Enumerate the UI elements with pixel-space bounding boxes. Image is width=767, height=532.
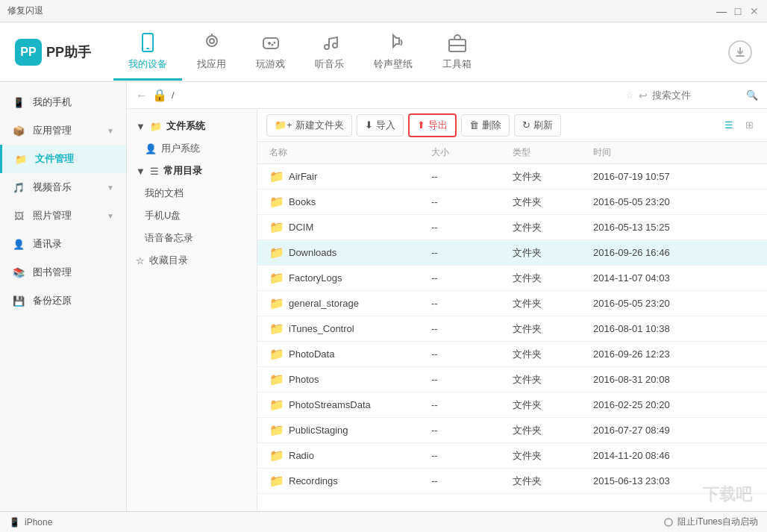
- file-size: --: [431, 348, 513, 360]
- photo-manage-icon: 🖼: [12, 209, 25, 222]
- play-games-nav-icon: [259, 31, 283, 54]
- file-time: 2016-05-13 15:25: [593, 222, 755, 233]
- file-time: 2016-08-01 10:38: [593, 323, 755, 334]
- svg-point-8: [273, 42, 275, 44]
- new-folder-icon: 📁+: [275, 119, 292, 131]
- file-name: 📁 PhotoData: [269, 347, 431, 361]
- table-row[interactable]: 📁 general_storage -- 文件夹 2016-05-05 23:2…: [257, 291, 767, 316]
- tree-star-icon: ☆: [136, 255, 145, 266]
- music-nav-icon: [318, 31, 342, 54]
- itunes-status[interactable]: 阻止iTunes自动启动: [664, 516, 758, 528]
- sidebar-item-video-music[interactable]: 🎵 视频音乐 ▼: [0, 173, 126, 201]
- file-type: 文件夹: [513, 195, 594, 209]
- new-folder-button[interactable]: 📁+ 新建文件夹: [266, 114, 352, 137]
- titlebar-left: 修复闪退: [7, 4, 43, 17]
- sidebar-item-backup-restore[interactable]: 💾 备份还原: [0, 287, 126, 315]
- table-row[interactable]: 📁 iTunes_Control -- 文件夹 2016-08-01 10:38: [257, 316, 767, 342]
- nav-ringtone[interactable]: 铃声壁纸: [359, 23, 428, 81]
- delete-label: 删除: [482, 119, 501, 132]
- file-type: 文件夹: [513, 475, 594, 488]
- search-icon[interactable]: 🔍: [746, 90, 758, 101]
- table-row[interactable]: 📁 DCIM -- 文件夹 2016-05-13 15:25: [257, 215, 767, 240]
- sidebar-item-file-manage[interactable]: 📁 文件管理: [0, 145, 126, 173]
- table-row[interactable]: 📁 Photos -- 文件夹 2016-08-31 20:08: [257, 367, 767, 392]
- sidebar-item-photo-manage[interactable]: 🖼 照片管理 ▼: [0, 201, 126, 230]
- file-type: 文件夹: [513, 322, 594, 336]
- refresh-path-button[interactable]: ↩: [639, 90, 648, 101]
- tree-common-dirs-label: 常用目录: [163, 164, 202, 178]
- minimize-button[interactable]: —: [716, 6, 727, 16]
- repair-label[interactable]: 修复闪退: [7, 4, 43, 17]
- sidebar-item-app-manage[interactable]: 📦 应用管理 ▼: [0, 116, 126, 145]
- folder-icon: 📁: [269, 448, 284, 463]
- lock-icon: 🔒: [152, 88, 167, 102]
- file-time: 2015-06-13 23:03: [593, 475, 755, 486]
- table-row[interactable]: 📁 Recordings -- 文件夹 2015-06-13 23:03: [257, 469, 767, 494]
- col-name-header: 名称: [269, 146, 431, 159]
- table-row[interactable]: 📁 PhotoStreamsData -- 文件夹 2016-02-25 20:…: [257, 392, 767, 418]
- nav-find-app[interactable]: 找应用: [182, 23, 241, 81]
- tree-favorites[interactable]: ☆ 收藏目录: [127, 249, 257, 272]
- search-input[interactable]: [652, 90, 742, 101]
- sidebar-item-my-phone[interactable]: 📱 我的手机: [0, 88, 126, 116]
- file-type: 文件夹: [513, 424, 594, 437]
- delete-button[interactable]: 🗑 删除: [461, 114, 510, 137]
- table-row[interactable]: 📁 Books -- 文件夹 2016-05-05 23:20: [257, 190, 767, 215]
- sidebar-item-book-manage[interactable]: 📚 图书管理: [0, 258, 126, 287]
- sidebar-label-book-manage: 图书管理: [33, 266, 72, 279]
- tree-voice-memo[interactable]: 语音备忘录: [127, 227, 257, 249]
- file-name: 📁 Downloads: [269, 245, 431, 260]
- grid-view-button[interactable]: ⊞: [741, 116, 758, 134]
- star-button[interactable]: ☆: [625, 90, 634, 101]
- tree-panel: ▼ 📁 文件系统 👤 用户系统 ▼ ☰ 常用目录 我的文档 手机U盘: [127, 109, 257, 511]
- file-name: 📁 PhotoStreamsData: [269, 398, 431, 412]
- close-button[interactable]: ✕: [749, 6, 760, 16]
- refresh-button[interactable]: ↻ 刷新: [514, 114, 561, 137]
- export-button[interactable]: ⬆ 导出: [408, 113, 457, 137]
- table-row[interactable]: 📁 Downloads -- 文件夹 2016-09-26 16:46: [257, 240, 767, 266]
- file-type: 文件夹: [513, 449, 594, 463]
- table-row[interactable]: 📁 FactoryLogs -- 文件夹 2014-11-07 04:03: [257, 266, 767, 291]
- maximize-button[interactable]: □: [733, 6, 743, 16]
- tree-favorites-label: 收藏目录: [149, 254, 188, 267]
- delete-icon: 🗑: [469, 119, 479, 131]
- tree-filesystem[interactable]: ▼ 📁 文件系统: [127, 115, 257, 137]
- nav-toolbox[interactable]: 工具箱: [428, 23, 486, 81]
- bottombar-left: 📱 iPhone: [9, 517, 52, 528]
- back-button[interactable]: ←: [136, 89, 148, 102]
- import-button[interactable]: ⬇ 导入: [357, 114, 404, 137]
- file-type: 文件夹: [513, 398, 594, 412]
- list-view-button[interactable]: ☰: [720, 116, 738, 134]
- contacts-icon: 👤: [12, 237, 25, 251]
- sidebar-label-video-music: 视频音乐: [33, 181, 72, 194]
- file-time: 2016-05-05 23:20: [593, 196, 755, 207]
- file-time: 2016-07-19 10:57: [593, 171, 755, 182]
- nav-music[interactable]: 听音乐: [300, 23, 359, 81]
- file-body: ▼ 📁 文件系统 👤 用户系统 ▼ ☰ 常用目录 我的文档 手机U盘: [127, 109, 767, 511]
- file-name: 📁 iTunes_Control: [269, 322, 431, 336]
- tree-triangle-down2: ▼: [136, 166, 145, 177]
- file-name: 📁 general_storage: [269, 296, 431, 310]
- folder-icon: 📁: [269, 271, 284, 285]
- download-button[interactable]: [728, 40, 752, 64]
- file-name: 📁 Recordings: [269, 474, 431, 488]
- table-row[interactable]: 📁 PhotoData -- 文件夹 2016-09-26 12:23: [257, 342, 767, 367]
- file-time: 2016-07-27 08:49: [593, 425, 755, 436]
- nav-play-games[interactable]: 玩游戏: [241, 23, 300, 81]
- table-row[interactable]: 📁 AirFair -- 文件夹 2016-07-19 10:57: [257, 164, 767, 190]
- logo-text: PP助手: [46, 43, 91, 61]
- file-type: 文件夹: [513, 246, 594, 260]
- tree-list-icon: ☰: [150, 166, 159, 177]
- tree-user-system[interactable]: 👤 用户系统: [127, 137, 257, 160]
- table-row[interactable]: 📁 PublicStaging -- 文件夹 2016-07-27 08:49: [257, 418, 767, 443]
- tree-my-docs[interactable]: 我的文档: [127, 182, 257, 204]
- table-row[interactable]: 📁 Radio -- 文件夹 2014-11-20 08:46: [257, 443, 767, 469]
- sidebar-item-contacts[interactable]: 👤 通讯录: [0, 230, 126, 258]
- nav-toolbox-label: 工具箱: [442, 57, 472, 71]
- file-name: 📁 DCIM: [269, 220, 431, 234]
- tree-common-dirs[interactable]: ▼ ☰ 常用目录: [127, 160, 257, 182]
- folder-icon: 📁: [269, 347, 284, 361]
- tree-phone-usb[interactable]: 手机U盘: [127, 204, 257, 227]
- nav-my-device[interactable]: 我的设备: [113, 23, 182, 81]
- sidebar-label-backup-restore: 备份还原: [33, 294, 72, 307]
